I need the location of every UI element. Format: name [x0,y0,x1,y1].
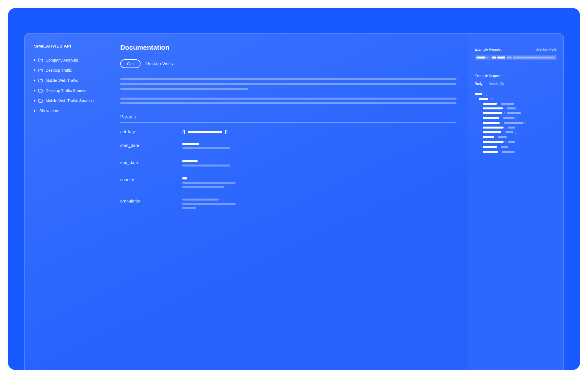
example-response-label: Example Request [475,74,502,78]
example-panel: Example Request Desktop Visits ··· Examp… [468,33,564,370]
param-value[interactable] [182,160,456,169]
param-row-country: country [120,177,456,190]
param-value[interactable]: {{ }} [182,129,456,134]
sidebar-item-desktop-traffic-sources[interactable]: Desktop Traffic Sources [34,86,103,96]
request-url-bar[interactable]: ··· [475,55,557,60]
http-method-pill: Get [120,59,141,68]
sidebar-show-more[interactable]: Show more [34,106,103,116]
sidebar-item-mobile-web-traffic[interactable]: Mobile Web Traffic [34,75,103,86]
tab-header[interactable]: Header(9) [489,82,504,87]
template-variable-chip: {{ }} [182,130,228,134]
params-heading: Params [120,114,456,123]
sidebar-show-more-label: Show more [39,109,59,113]
app-background: SIMILARWEB API Company Analysis Desktop … [8,8,580,370]
param-name: start_date [120,143,177,148]
description-placeholder [120,78,456,90]
param-row-start-date: start_date [120,143,456,152]
folder-icon [38,79,43,82]
param-row-api-key: api_key {{ }} [120,129,456,134]
sidebar-item-company-analysis[interactable]: Company Analysis [34,55,103,65]
param-name: api_key [120,129,177,134]
sidebar-item-label: Mobile Web Traffic Sources [46,98,94,103]
sidebar-item-label: Mobile Web Traffic [46,78,78,83]
folder-icon [38,99,43,103]
example-request-header: Example Request Desktop Visits [475,48,557,51]
folder-icon [38,89,43,93]
endpoint-header: Get Deskop Visits [120,59,456,68]
app-window: SIMILARWEB API Company Analysis Desktop … [24,33,564,370]
response-body-code: : { : { :, :, :, :, :, :, :, : :, :, : [475,92,557,154]
param-name: country [120,177,177,182]
param-value[interactable] [182,199,456,211]
page-title: Documentation [120,44,456,51]
sidebar-item-label: Desktop Traffic [46,68,72,73]
endpoint-name: Deskop Visits [146,61,173,66]
param-value[interactable] [182,143,456,152]
description-placeholder [120,98,456,104]
caret-right-icon [34,59,35,61]
param-name: granularity [120,199,177,203]
param-value[interactable] [182,177,456,190]
param-row-end-date: end_date [120,160,456,169]
caret-right-icon [34,69,35,71]
param-row-granularity: granularity [120,199,456,211]
sidebar-item-desktop-traffic[interactable]: Desktop Traffic [34,65,103,75]
sidebar-item-label: Company Analysis [46,58,78,62]
tab-body[interactable]: Body [475,82,482,87]
caret-right-icon [34,110,35,112]
caret-right-icon [34,100,35,102]
sidebar-item-label: Desktop Traffic Sources [46,88,87,93]
caret-right-icon [34,79,35,82]
caret-right-icon [34,89,35,92]
sidebar: SIMILARWEB API Company Analysis Desktop … [24,33,109,370]
sidebar-title: SIMILARWEB API [34,44,103,48]
folder-icon [38,69,43,72]
example-response-header: Example Request [475,74,557,78]
example-request-label: Example Request [475,48,502,51]
example-request-endpoint: Desktop Visits [535,48,557,51]
response-tabs: Body Header(9) [475,82,557,87]
main-content: Documentation Get Deskop Visits Params a… [109,33,468,370]
param-name: end_date [120,160,177,165]
folder-icon [38,58,43,62]
sidebar-item-mobile-web-traffic-sources[interactable]: Mobile Web Traffic Sources [34,96,103,106]
